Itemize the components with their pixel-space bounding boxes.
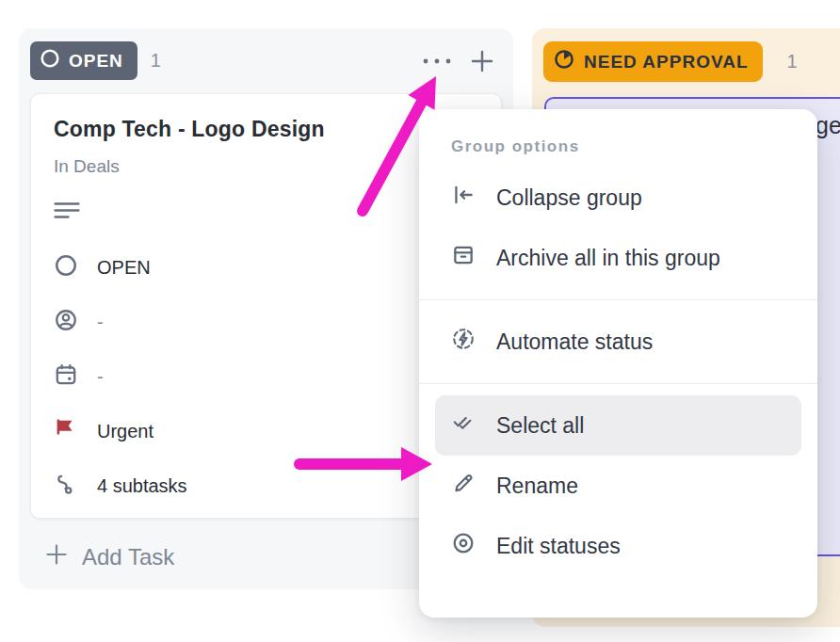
menu-item-edit-statuses[interactable]: Edit statuses — [419, 516, 817, 576]
archive-icon — [451, 243, 476, 273]
menu-divider — [419, 299, 817, 300]
collapse-icon — [451, 183, 476, 213]
group-header-need-approval: NEED APPROVAL 1 — [532, 28, 840, 82]
task-location[interactable]: In Deals — [54, 156, 478, 177]
menu-item-label: Edit statuses — [496, 534, 621, 559]
pencil-icon — [451, 471, 476, 501]
double-check-icon — [451, 410, 476, 441]
task-title[interactable]: Comp Tech - Logo Design — [54, 117, 478, 142]
task-subtasks-row[interactable]: 4 subtasks — [54, 473, 478, 499]
task-priority-row[interactable]: Urgent — [54, 418, 478, 444]
group-add-task-plus-button[interactable] — [466, 45, 498, 77]
ellipsis-icon — [421, 57, 453, 65]
group-options-menu: Group options Collapse group Archive all… — [419, 109, 817, 618]
task-subtasks-value: 4 subtasks — [97, 475, 187, 497]
menu-item-rename[interactable]: Rename — [419, 456, 817, 516]
clock-icon — [553, 48, 575, 75]
plus-icon — [45, 543, 68, 571]
group-status-badge-open[interactable]: OPEN — [30, 41, 137, 80]
priority-flag-icon — [54, 417, 78, 445]
menu-item-collapse-group[interactable]: Collapse group — [419, 168, 817, 228]
group-task-count: 1 — [151, 50, 161, 72]
add-task-button[interactable]: Add Task — [45, 543, 174, 571]
menu-item-label: Archive all in this group — [496, 246, 720, 271]
menu-item-automate-status[interactable]: Automate status — [419, 312, 817, 372]
task-due-date-value: - — [97, 366, 104, 388]
kanban-board: OPEN 1 Comp Tech - Logo Design In Deals — [0, 0, 840, 642]
task-assignee-value: - — [97, 312, 104, 333]
group-task-count: 1 — [787, 51, 798, 72]
menu-item-select-all[interactable]: Select all — [435, 395, 801, 456]
task-status-value: OPEN — [97, 257, 151, 279]
due-date-icon — [54, 362, 78, 391]
task-title-fragment: ge — [816, 112, 840, 139]
target-icon — [451, 531, 476, 561]
group-status-badge-need-approval[interactable]: NEED APPROVAL — [543, 41, 763, 82]
menu-item-label: Rename — [496, 473, 578, 499]
menu-item-label: Collapse group — [496, 185, 642, 211]
menu-item-label: Automate status — [496, 329, 653, 355]
status-circle-icon — [40, 48, 60, 73]
group-options-ellipsis-button[interactable] — [421, 45, 453, 77]
group-status-label: NEED APPROVAL — [584, 52, 749, 72]
menu-divider — [419, 383, 817, 384]
assignee-icon — [54, 308, 78, 336]
subtasks-icon — [54, 472, 78, 500]
menu-item-label: Select all — [496, 413, 584, 439]
task-priority-value: Urgent — [97, 421, 153, 442]
task-assignee-row[interactable]: - — [54, 309, 478, 335]
description-icon — [54, 201, 478, 226]
task-due-date-row[interactable]: - — [54, 363, 478, 390]
group-header-open: OPEN 1 — [19, 28, 513, 80]
menu-item-archive-all[interactable]: Archive all in this group — [419, 228, 817, 288]
status-circle-icon — [54, 253, 78, 281]
menu-header: Group options — [451, 137, 817, 156]
add-task-label: Add Task — [82, 544, 174, 570]
plus-icon — [470, 49, 494, 73]
group-status-label: OPEN — [69, 51, 123, 72]
automate-icon — [451, 327, 476, 357]
task-status-row[interactable]: OPEN — [54, 254, 478, 281]
